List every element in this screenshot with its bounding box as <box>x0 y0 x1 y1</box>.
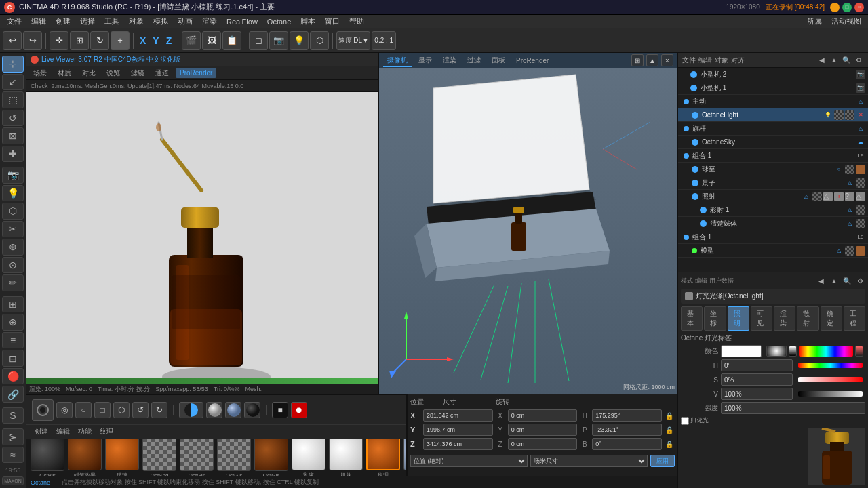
x-size-input[interactable]: 0 cm <box>508 409 578 422</box>
display-mode[interactable]: ⬡ <box>310 31 329 50</box>
obj-item-colorlight[interactable]: 彩射 1 △ <box>678 203 868 217</box>
lv-tab-scene[interactable]: 场景 <box>29 67 51 79</box>
object-mode-button[interactable]: ◻ <box>249 31 268 50</box>
obj-item-light2[interactable]: 照射 △ △ ! ? △ <box>678 190 868 203</box>
cube-btn[interactable]: □ <box>94 402 111 418</box>
z-pos-input[interactable]: 3414.376 cm <box>423 438 493 450</box>
grid-tool[interactable]: ⊞ <box>2 296 24 313</box>
mat-texture[interactable]: 纹理 <box>96 426 117 438</box>
menu-render[interactable]: 渲染 <box>198 15 221 28</box>
timeline-mode[interactable]: 速度 DL▼ <box>336 31 370 50</box>
pen-tool[interactable]: ✏ <box>2 274 24 291</box>
obj-item-child1[interactable]: 景子 △ <box>678 176 868 190</box>
lv-tab-filter[interactable]: 滤镜 <box>127 67 149 79</box>
vp-icon-expand[interactable]: ▲ <box>646 54 658 66</box>
group-tool[interactable]: ⊟ <box>2 350 24 367</box>
prop-tab-basic[interactable]: 基本 <box>681 306 703 331</box>
props-nav-settings[interactable]: ⚙ <box>854 275 865 286</box>
render-queue-button[interactable]: 📋 <box>222 31 241 50</box>
connect-tool[interactable]: 🔗 <box>2 386 24 403</box>
prop-tab-render[interactable]: 渲染 <box>774 306 795 331</box>
obj-item-clearbody[interactable]: 清楚姊体 △ <box>678 217 868 230</box>
close-button[interactable]: × <box>854 3 864 12</box>
select-tool[interactable]: ⊹ <box>2 56 24 73</box>
poly-tool[interactable]: ⬡ <box>2 203 24 220</box>
rect-select[interactable]: ⬚ <box>2 92 24 108</box>
prop-tab-scatter[interactable]: 散射 <box>797 306 818 331</box>
maximize-button[interactable]: □ <box>842 3 852 12</box>
lv-tab-prorender[interactable]: ProRender <box>176 68 216 78</box>
mat-item-7[interactable]: 乳液 <box>292 439 326 476</box>
poly-btn[interactable]: ⬡ <box>113 402 130 418</box>
apply-button[interactable]: 应用 <box>650 455 675 467</box>
mat-edit[interactable]: 编辑 <box>52 426 74 438</box>
position-mode-select[interactable]: 位置 (绝对) <box>410 455 528 467</box>
menu-edit[interactable]: 编辑 <box>27 15 50 28</box>
black-sphere[interactable] <box>244 402 260 418</box>
vp-tab-render[interactable]: 渲染 <box>439 54 460 66</box>
obj-item-octlight[interactable]: OctaneLight 💡 ✕ <box>678 108 868 122</box>
mat-function[interactable]: 功能 <box>74 426 96 438</box>
rotate-tool-left[interactable]: ↺ <box>2 110 24 127</box>
material-tool[interactable]: S <box>2 407 24 424</box>
obj-item-null1[interactable]: 主动 △ <box>678 95 868 108</box>
scale-tool-left[interactable]: ⊠ <box>2 127 24 144</box>
axis-z-button[interactable]: Z <box>163 35 175 46</box>
light-tool[interactable]: 💡 <box>2 185 24 202</box>
magnet-tool[interactable]: ⊛ <box>2 239 24 256</box>
sphere-btn[interactable]: ○ <box>75 402 92 418</box>
h-gradient[interactable] <box>798 363 863 368</box>
lv-tab-browse[interactable]: 说览 <box>102 67 124 79</box>
mat-item-9[interactable]: 纹理 <box>366 439 400 476</box>
h-rot-input[interactable]: 175.295° <box>592 409 662 422</box>
black-square[interactable]: ■ <box>272 402 288 418</box>
props-nav-up[interactable]: ▲ <box>829 275 840 286</box>
prop-tab-light[interactable]: 照明 <box>728 306 749 331</box>
obj-item-group2[interactable]: 组合 1 L9 <box>678 230 868 244</box>
z-size-input[interactable]: 0 cm <box>508 438 578 450</box>
menu-window[interactable]: 窗口 <box>321 15 344 28</box>
color-swatch[interactable] <box>721 345 762 357</box>
mat-item-5[interactable]: OctGls <box>217 439 251 476</box>
extra-tool-1[interactable]: ⊱ <box>2 428 24 445</box>
render-settings-button[interactable]: 🖼 <box>202 31 221 50</box>
undo-button[interactable]: ↩ <box>3 31 22 50</box>
camera-tool[interactable]: 📷 <box>2 167 24 184</box>
nav-search[interactable]: 🔍 <box>841 55 852 66</box>
render-objects-button[interactable]: 🎬 <box>182 31 201 50</box>
mat-item-4[interactable]: OctGls <box>180 439 214 476</box>
move-tool-left[interactable]: ✚ <box>2 146 24 163</box>
p-rot-input[interactable]: -23.321° <box>592 424 662 436</box>
half-circle-toggle[interactable] <box>179 402 203 418</box>
obj-item-camera1[interactable]: 小型机 1 📷 <box>678 81 868 95</box>
prop-tab-confirm[interactable]: 确定 <box>821 306 842 331</box>
move-tool[interactable]: ✛ <box>50 31 68 50</box>
layer-tool[interactable]: 🔴 <box>2 368 24 385</box>
obj-item-camera2[interactable]: 小型机 2 📷 <box>678 68 868 81</box>
menu-help[interactable]: 帮助 <box>345 15 368 28</box>
rotate-left-btn[interactable]: ↺ <box>132 402 149 418</box>
glass-sphere[interactable] <box>225 402 241 418</box>
vp-tab-panel[interactable]: 面板 <box>488 54 509 66</box>
prop-tab-coord[interactable]: 坐标 <box>704 306 726 331</box>
record-btn[interactable]: ⏺ <box>291 402 307 418</box>
menu-active-view[interactable]: 活动视图 <box>827 15 865 28</box>
y-size-input[interactable]: 0 cm <box>508 424 578 436</box>
props-nav-search[interactable]: 🔍 <box>842 275 852 286</box>
menu-animate[interactable]: 动画 <box>174 15 197 28</box>
v-gradient[interactable] <box>798 391 863 396</box>
axis-y-button[interactable]: Y <box>150 35 161 46</box>
vp-icon-close[interactable]: × <box>661 54 673 66</box>
scale-tool[interactable]: ⊞ <box>70 31 89 50</box>
nav-up[interactable]: ▲ <box>829 55 840 66</box>
unit-select[interactable]: 场米尺寸 <box>530 455 648 467</box>
h-input[interactable]: 0° <box>721 359 793 371</box>
menu-realflow[interactable]: RealFlow <box>222 16 262 27</box>
y-pos-input[interactable]: 1996.7 cm <box>423 424 493 436</box>
material-btn[interactable] <box>32 399 54 421</box>
ring-btn[interactable]: ◎ <box>56 402 73 418</box>
prop-tab-visible[interactable]: 可见 <box>751 306 772 331</box>
color-picker-light[interactable] <box>766 346 787 357</box>
obj-item-model[interactable]: 模型 △ <box>678 244 868 258</box>
mat-item-1[interactable]: 蜡笔效果 <box>68 439 102 476</box>
